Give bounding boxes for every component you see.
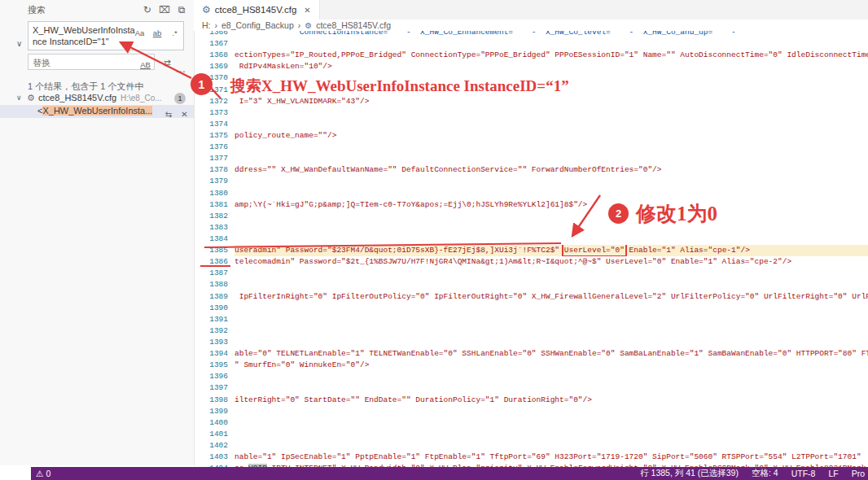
line-number: 1376	[194, 142, 228, 153]
code-segment: IpFilterInRight="0" IpFilterOutPolicy="0…	[235, 292, 868, 301]
code-line-1387[interactable]: 1387	[194, 268, 868, 279]
clear-search-results-icon[interactable]: ⌧	[157, 2, 172, 17]
language-mode[interactable]: Pro	[852, 469, 865, 478]
result-file-name[interactable]: ctce8_HS8145V.cfg	[38, 93, 116, 103]
code-segment: policy_route_name=""/>	[235, 131, 336, 140]
tab-close-icon[interactable]: ✕	[304, 6, 310, 15]
toggle-replace-chevron-icon[interactable]: ∨	[16, 39, 22, 48]
code-line-1396[interactable]: 1396	[194, 371, 868, 382]
search-input[interactable]: X_HW_WebUserInfoInstance InstanceID="1" …	[28, 21, 184, 50]
indentation-setting[interactable]: 空格: 4	[752, 468, 778, 479]
line-number: 1378	[194, 164, 228, 176]
code-line-1389[interactable]: 1389 IpFilterInRight="0" IpFilterOutPoli…	[194, 291, 868, 303]
code-segment: ectionTypes="IP_Routed,PPPoE_Bridged" Co…	[235, 50, 868, 59]
code-line-1393[interactable]: 1393	[194, 337, 868, 348]
tab-file-gear-icon: ⚙	[202, 4, 211, 15]
breadcrumb-separator: ›	[298, 20, 301, 30]
code-line-1369[interactable]: 1369 RdIPv4MaskLen="10"/>	[194, 61, 868, 72]
code-segment: useradmin" Password="$23FM4/D&quot;0iD75…	[235, 246, 564, 255]
search-match-row[interactable]: <X_HW_WebUserInfoInsta... ⇆ ✕	[0, 105, 194, 118]
encoding-setting[interactable]: UTF-8	[791, 469, 816, 478]
line-number: 1366	[194, 31, 228, 38]
code-line-1372[interactable]: 1372 I="3" X_HW_VLANIDMARK="43"/>	[194, 96, 868, 107]
code-line-1379[interactable]: 1379	[194, 176, 868, 187]
code-line-1391[interactable]: 1391	[194, 314, 868, 325]
code-line-1400[interactable]: 1400	[194, 417, 868, 429]
tab-label[interactable]: ctce8_HS8145V.cfg	[215, 5, 297, 15]
code-line-1368[interactable]: 1368ectionTypes="IP_Routed,PPPoE_Bridged…	[194, 50, 868, 61]
breadcrumb-file[interactable]: ctce8_HS8145V.cfg	[316, 20, 391, 30]
replace-match-icon[interactable]: ⇆	[163, 107, 175, 122]
code-line-1382[interactable]: 1382	[194, 211, 868, 222]
line-number: 1384	[194, 233, 228, 245]
dismiss-match-icon[interactable]: ✕	[178, 107, 191, 122]
code-line-1366[interactable]: 1366 ConnectionInstance="" - X_HW_Co_Enh…	[194, 31, 868, 38]
line-number: 1375	[194, 130, 228, 142]
code-line-1385[interactable]: 1385useradmin" Password="$23FM4/D&quot;0…	[194, 245, 868, 256]
refresh-icon[interactable]: ↻	[140, 2, 155, 17]
code-line-1383[interactable]: 1383	[194, 222, 868, 233]
regex-icon[interactable]: .*	[168, 27, 182, 40]
replace-input[interactable]: 替换 AB	[28, 54, 155, 70]
line-number: 1381	[194, 199, 228, 211]
line-number: 1373	[194, 107, 228, 119]
search-result-file-row[interactable]: ∨ ⚙ ctce8_HS8145V.cfg H:\e8_Co... 1	[0, 92, 194, 105]
line-number: 1383	[194, 222, 228, 233]
problems-count: 0	[46, 469, 50, 478]
search-results-summary: 1 个结果，包含于 1 个文件中	[28, 81, 143, 93]
line-number: 1379	[194, 176, 228, 187]
code-line-1398[interactable]: 1398ilterRight="0" StartDate="" EndDate=…	[194, 395, 868, 406]
code-line-1401[interactable]: 1401	[194, 429, 868, 440]
code-segment: able="0" TELNETLanEnable="1" TELNETWanEn…	[235, 349, 868, 358]
code-line-1386[interactable]: 1386telecomadmin" Password="$2t_{1%BSJW7…	[194, 256, 868, 268]
code-segment: ddress="" X_HW_WanDefaultWanName="" Defa…	[235, 165, 662, 174]
code-line-1375[interactable]: 1375policy_route_name=""/>	[194, 130, 868, 142]
code-line-1395[interactable]: 1395" SmurfEn="0" WinnukeEn="0"/>	[194, 360, 868, 371]
line-number: 1392	[194, 325, 228, 337]
open-in-editor-icon[interactable]: ⧉	[174, 2, 189, 17]
eol-setting[interactable]: LF	[828, 469, 838, 478]
code-line-1392[interactable]: 1392	[194, 325, 868, 337]
code-line-1377[interactable]: 1377	[194, 153, 868, 164]
code-segment: Enable="1" Alias="cpe-1"/>	[625, 246, 750, 255]
cursor-position[interactable]: 行 1385, 列 41 (已选择39)	[640, 468, 739, 479]
code-segment: telecomadmin" Password="$2t_{1%BSJW7U/H7…	[235, 257, 791, 266]
match-highlighted-text[interactable]: X_HW_WebUserInfoInsta...	[42, 106, 152, 116]
problems-indicator[interactable]: ⚠ 0	[31, 469, 50, 478]
line-number: 1401	[194, 429, 228, 440]
editor-tab-bar: ⚙ ctce8_HS8145V.cfg ✕	[194, 0, 868, 20]
code-line-1376[interactable]: 1376	[194, 142, 868, 153]
code-line-1380[interactable]: 1380	[194, 188, 868, 199]
search-query-text[interactable]: X_HW_WebUserInfoInstance InstanceID="1"	[33, 24, 138, 47]
line-number: 1394	[194, 348, 228, 360]
line-number: 1368	[194, 50, 228, 61]
code-line-1394[interactable]: 1394able="0" TELNETLanEnable="1" TELNETW…	[194, 348, 868, 360]
code-line-1390[interactable]: 1390	[194, 303, 868, 314]
more-actions-icon[interactable]: ⋯	[173, 67, 189, 78]
preserve-case-icon[interactable]: AB	[138, 59, 152, 72]
code-line-1384[interactable]: 1384	[194, 233, 868, 245]
search-panel-title: 搜索	[28, 5, 46, 15]
line-number: 1388	[194, 279, 228, 290]
tab-ctce8-cfg[interactable]: ⚙ ctce8_HS8145V.cfg ✕	[194, 0, 320, 20]
breadcrumb-folder[interactable]: e8_Config_Backup	[221, 20, 294, 30]
code-line-1402[interactable]: 1402	[194, 440, 868, 452]
code-line-1373[interactable]: 1373	[194, 107, 868, 119]
collapse-chevron-icon[interactable]: ∨	[16, 94, 22, 102]
code-line-1378[interactable]: 1378ddress="" X_HW_WanDefaultWanName="" …	[194, 164, 868, 176]
code-line-1397[interactable]: 1397	[194, 382, 868, 394]
line-number: 1367	[194, 38, 228, 50]
match-case-icon[interactable]: Aa	[133, 27, 147, 40]
step-2-badge: 2	[608, 203, 629, 224]
step-2-label: 修改1为0	[636, 200, 717, 227]
code-line-1403[interactable]: 1403nable="1" IpSecEnable="1" PptpEnable…	[194, 452, 868, 463]
breadcrumb-drive[interactable]: H:	[202, 20, 211, 30]
code-line-1374[interactable]: 1374	[194, 119, 868, 130]
code-line-1399[interactable]: 1399	[194, 406, 868, 417]
code-line-1367[interactable]: 1367	[194, 38, 868, 50]
search-sidebar: 搜索 ↻ ⌧ ⧉ ∨ X_HW_WebUserInfoInstance Inst…	[0, 0, 195, 465]
code-line-1388[interactable]: 1388	[194, 279, 868, 290]
code-line-1381[interactable]: 1381amp;\Y(~`Hki=gJ"G;p&amp;]Q=TIem-c0-T…	[194, 199, 868, 211]
breadcrumb-file-gear-icon: ⚙	[305, 21, 312, 30]
whole-word-icon[interactable]: ab	[151, 27, 164, 40]
